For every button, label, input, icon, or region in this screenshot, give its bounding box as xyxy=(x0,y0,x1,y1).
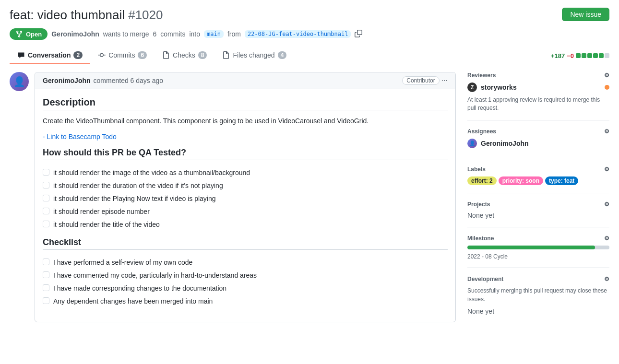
checklist-checkbox-3[interactable] xyxy=(43,284,49,291)
labels-container: effort: 2 priority: soon type: feat xyxy=(467,176,609,185)
pr-status-text: Open xyxy=(26,31,42,38)
checkbox-2[interactable] xyxy=(43,182,49,188)
conversation-icon xyxy=(17,51,25,59)
diff-bar-5 xyxy=(599,53,604,58)
comment-container: 👤 GeronimoJohn commented 6 days ago xyxy=(10,72,456,322)
labels-gear-icon[interactable]: ⚙ xyxy=(604,166,609,173)
milestone-title: Milestone xyxy=(467,235,494,242)
tab-checks[interactable]: Checks 8 xyxy=(155,47,214,64)
contributor-badge: Contributor xyxy=(402,76,439,85)
projects-gear-icon[interactable]: ⚙ xyxy=(604,201,609,208)
commits-label: commits xyxy=(160,30,185,38)
comment-author[interactable]: GeronimoJohn xyxy=(43,77,91,84)
qa-item-text-3: it should render the Playing Now text if… xyxy=(53,194,216,204)
basecamp-link[interactable]: - Link to Basecamp Todo xyxy=(43,133,117,141)
open-badge: Open xyxy=(10,28,48,40)
tab-files-changed[interactable]: Files changed 4 xyxy=(214,47,294,64)
checklist-checkbox-2[interactable] xyxy=(43,271,49,278)
diff-bar-1 xyxy=(576,53,581,58)
reviewers-section: Reviewers ⚙ Z storyworks At least 1 appr… xyxy=(467,72,609,120)
assignee-name[interactable]: GeronimoJohn xyxy=(481,140,529,147)
label-priority[interactable]: priority: soon xyxy=(499,176,543,185)
checkbox-5[interactable] xyxy=(43,221,49,227)
development-section: Development ⚙ Successfully merging this … xyxy=(467,268,609,323)
checklist: I have performed a self-review of my own… xyxy=(43,258,448,306)
projects-value: None yet xyxy=(467,211,494,219)
merge-icon xyxy=(15,30,23,38)
pr-action-text: wants to merge xyxy=(103,30,149,38)
reviewers-gear-icon[interactable]: ⚙ xyxy=(604,72,609,79)
description-text: Create the VideoThumbnail component. Thi… xyxy=(43,116,448,126)
pr-title-text: feat: video thumbnail xyxy=(10,8,125,22)
more-options-button[interactable]: ··· xyxy=(441,76,448,85)
diff-bar-6 xyxy=(605,53,609,58)
checklist-item: I have made corresponding changes to the… xyxy=(43,283,448,294)
into-label: into xyxy=(189,30,200,38)
diff-bar-4 xyxy=(593,53,598,58)
reviewer-name[interactable]: storyworks xyxy=(481,83,517,91)
milestone-gear-icon[interactable]: ⚙ xyxy=(604,235,609,242)
diff-deletions: −0 xyxy=(567,52,574,59)
development-text: Successfully merging this pull request m… xyxy=(467,286,609,304)
checkbox-1[interactable] xyxy=(43,169,49,176)
sidebar: Reviewers ⚙ Z storyworks At least 1 appr… xyxy=(467,72,609,330)
tab-conversation-count: 2 xyxy=(73,51,83,59)
label-feat[interactable]: type: feat xyxy=(545,176,578,185)
qa-checklist: it should render the image of the video … xyxy=(43,168,448,230)
pr-number: #1020 xyxy=(128,8,163,22)
comment-header: GeronimoJohn commented 6 days ago Contri… xyxy=(35,72,455,89)
qa-item: it should render episode number xyxy=(43,207,448,217)
checklist-item: Any dependent changes have been merged i… xyxy=(43,296,448,306)
qa-item-text-5: it should render the title of the video xyxy=(53,220,160,230)
milestone-progress xyxy=(467,246,595,249)
files-icon xyxy=(222,51,230,59)
diff-bars xyxy=(576,53,609,58)
checklist-checkbox-4[interactable] xyxy=(43,297,49,304)
qa-item: it should render the title of the video xyxy=(43,220,448,230)
assignees-section: Assignees ⚙ 👤 GeronimoJohn xyxy=(467,120,609,158)
qa-item-text-2: it should render the duration of the vid… xyxy=(53,181,223,191)
development-title: Development xyxy=(467,276,503,282)
checklist-item-text-4: Any dependent changes have been merged i… xyxy=(53,296,213,306)
checklist-item-text-2: I have commented my code, particularly i… xyxy=(53,270,257,281)
development-gear-icon[interactable]: ⚙ xyxy=(604,276,609,282)
checkbox-4[interactable] xyxy=(43,208,49,214)
labels-title: Labels xyxy=(467,166,486,173)
comment-body: Description Create the VideoThumbnail co… xyxy=(35,89,455,322)
qa-item-text-1: it should render the image of the video … xyxy=(53,168,250,178)
new-issue-button[interactable]: New issue xyxy=(562,8,609,21)
diff-bar-2 xyxy=(582,53,586,58)
label-effort[interactable]: effort: 2 xyxy=(467,176,497,185)
pr-author: GeronimoJohn xyxy=(51,30,99,38)
labels-section: Labels ⚙ effort: 2 priority: soon type: … xyxy=(467,158,609,193)
from-label: from xyxy=(227,30,241,38)
qa-item: it should render the Playing Now text if… xyxy=(43,194,448,204)
copy-branch-icon[interactable] xyxy=(355,30,362,39)
milestone-name[interactable]: 2022 - 08 Cycle xyxy=(467,253,508,260)
development-value: None yet xyxy=(467,307,494,315)
checklist-heading: Checklist xyxy=(43,237,448,250)
tab-files-changed-label: Files changed xyxy=(233,51,274,59)
qa-item: it should render the duration of the vid… xyxy=(43,181,448,191)
tab-commits-count: 6 xyxy=(138,51,147,59)
tab-checks-label: Checks xyxy=(173,51,195,59)
pr-meta: Open GeronimoJohn wants to merge 6 commi… xyxy=(10,28,609,40)
tab-commits[interactable]: Commits 6 xyxy=(90,47,155,64)
assignees-gear-icon[interactable]: ⚙ xyxy=(604,128,609,135)
qa-item-text-4: it should render episode number xyxy=(53,207,150,217)
comment-box: GeronimoJohn commented 6 days ago Contri… xyxy=(35,72,456,322)
assignee-avatar: 👤 xyxy=(467,139,477,148)
reviewer-item: Z storyworks xyxy=(467,82,609,92)
tab-commits-label: Commits xyxy=(108,51,135,59)
target-branch[interactable]: main xyxy=(204,30,224,38)
projects-title: Projects xyxy=(467,201,490,208)
checklist-checkbox-1[interactable] xyxy=(43,258,49,265)
checklist-item-text-3: I have made corresponding changes to the… xyxy=(53,283,226,294)
qa-item: it should render the image of the video … xyxy=(43,168,448,178)
diff-additions: +187 xyxy=(551,52,565,59)
checkbox-3[interactable] xyxy=(43,195,49,201)
tab-conversation[interactable]: Conversation 2 xyxy=(10,47,90,64)
milestone-section: Milestone ⚙ 2022 - 08 Cycle xyxy=(467,227,609,268)
source-branch[interactable]: 22-08-JG-feat-video-thumbnail xyxy=(245,30,351,38)
diff-stat: +187 −0 xyxy=(551,52,609,59)
